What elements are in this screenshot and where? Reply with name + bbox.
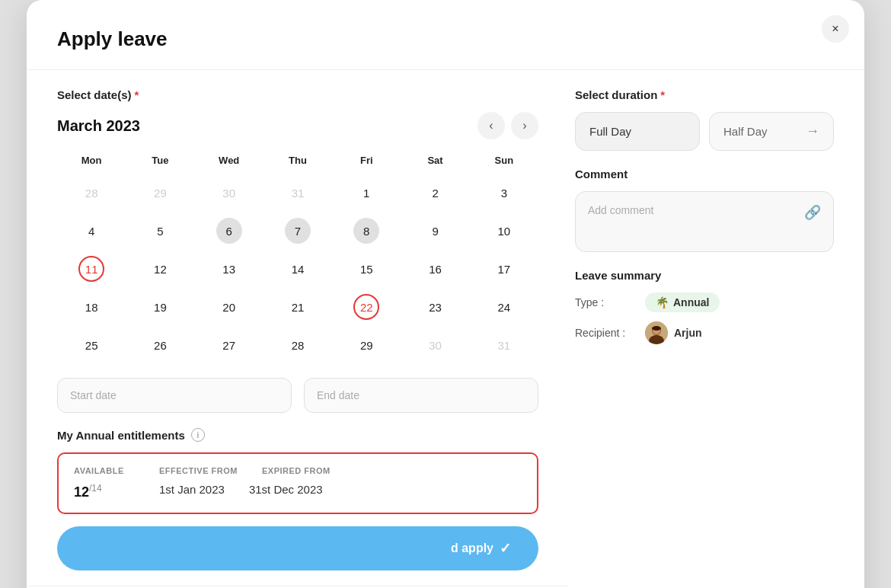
comment-box[interactable]: Add comment 🔗: [575, 191, 834, 252]
duration-label: Select duration*: [575, 88, 834, 101]
date-section-label: Select date(s)*: [57, 88, 538, 101]
calendar-day[interactable]: 28: [263, 326, 332, 364]
calendar-week: 11121314151617: [57, 250, 538, 288]
expired-value: 31st Dec 2023: [249, 483, 323, 500]
tooltip-values: 12/14 1st Jan 2023 31st Dec 2023: [74, 483, 522, 500]
calendar-day[interactable]: 19: [126, 288, 194, 326]
duration-options: Full Day Half Day →: [575, 112, 834, 151]
end-date-input[interactable]: End date: [304, 378, 538, 413]
calendar-day[interactable]: 1: [332, 174, 401, 212]
prev-month-button[interactable]: ‹: [477, 112, 505, 139]
paperclip-icon: 🔗: [804, 204, 821, 221]
calendar-day[interactable]: 9: [401, 212, 469, 250]
calendar-day[interactable]: 11: [57, 250, 126, 288]
weekday-header: Wed: [195, 150, 263, 174]
calendar-week: 28293031123: [57, 174, 538, 212]
effective-value: 1st Jan 2023: [159, 483, 225, 500]
type-icon: 🌴: [656, 296, 669, 308]
weekday-header: Sun: [470, 150, 538, 174]
avatar: [645, 321, 668, 344]
recipient-row: Recipient : Arjun: [575, 321, 834, 344]
calendar-day[interactable]: 4: [57, 212, 126, 250]
calendar-week: 25262728293031: [57, 326, 538, 364]
recipient-badge: Arjun: [645, 321, 702, 344]
calendar-day[interactable]: 15: [332, 250, 401, 288]
comment-section: Comment Add comment 🔗: [575, 168, 834, 252]
calendar-nav: ‹ ›: [477, 112, 538, 139]
type-row: Type : 🌴 Annual: [575, 292, 834, 312]
avatar-image: [645, 321, 668, 344]
calendar-day[interactable]: 26: [126, 326, 194, 364]
right-panel: Select duration* Full Day Half Day → Com…: [575, 88, 834, 588]
entitlements-label: My Annual entitlements: [57, 429, 185, 442]
calendar-day[interactable]: 7: [263, 212, 332, 250]
type-label: Type :: [575, 296, 636, 308]
calendar-day[interactable]: 25: [57, 326, 126, 364]
calendar-day[interactable]: 21: [263, 288, 332, 326]
duration-section: Select duration* Full Day Half Day →: [575, 88, 834, 151]
info-icon[interactable]: i: [191, 428, 205, 442]
calendar: March 2023 ‹ › MonTueWedThuFriSatSun 282…: [57, 112, 538, 364]
col-expired-label: EXPIRED FROM: [262, 466, 331, 475]
leave-type-badge: 🌴 Annual: [645, 292, 720, 312]
next-month-button[interactable]: ›: [511, 112, 538, 139]
weekday-header: Thu: [263, 150, 332, 174]
calendar-day[interactable]: 2: [401, 174, 469, 212]
leave-summary: Leave summary Type : 🌴 Annual Recipient …: [575, 269, 834, 344]
calendar-day[interactable]: 18: [57, 288, 126, 326]
entitlements-row: My Annual entitlements i: [57, 428, 538, 442]
calendar-day[interactable]: 30: [401, 326, 469, 364]
apply-label: d apply: [451, 542, 493, 555]
calendar-day[interactable]: 3: [470, 174, 538, 212]
calendar-day[interactable]: 29: [332, 326, 401, 364]
half-day-arrow: →: [806, 123, 819, 139]
weekday-header: Tue: [126, 150, 194, 174]
modal-title: Apply leave: [57, 27, 834, 51]
calendar-day[interactable]: 14: [263, 250, 332, 288]
col-available-label: AVAILABLE: [74, 466, 135, 475]
date-inputs: Start date End date: [57, 378, 538, 413]
comment-label: Comment: [575, 168, 834, 181]
apply-check-icon: ✓: [500, 540, 511, 557]
close-button[interactable]: ×: [822, 15, 849, 43]
recipient-label: Recipient :: [575, 327, 636, 339]
weekday-header: Sat: [401, 150, 469, 174]
calendar-day[interactable]: 12: [126, 250, 194, 288]
calendar-day[interactable]: 29: [126, 174, 194, 212]
calendar-day[interactable]: 31: [263, 174, 332, 212]
start-date-input[interactable]: Start date: [57, 378, 292, 413]
apply-leave-modal: × Apply leave Select date(s)* March 2023…: [27, 0, 864, 588]
calendar-day[interactable]: 17: [470, 250, 538, 288]
calendar-month: March 2023: [57, 117, 140, 135]
svg-point-4: [652, 326, 661, 331]
calendar-day[interactable]: 27: [195, 326, 263, 364]
left-panel: Select date(s)* March 2023 ‹ › MonTueWed…: [57, 88, 538, 588]
calendar-day[interactable]: 23: [401, 288, 469, 326]
calendar-week: 18192021222324: [57, 288, 538, 326]
col-effective-label: EFFECTIVE FROM: [159, 466, 238, 475]
apply-button[interactable]: d apply ✓: [57, 526, 538, 570]
calendar-day[interactable]: 6: [195, 212, 263, 250]
entitlements-tooltip: AVAILABLE EFFECTIVE FROM EXPIRED FROM 12…: [57, 452, 538, 514]
weekday-header: Mon: [57, 150, 126, 174]
full-day-option[interactable]: Full Day: [575, 112, 700, 151]
calendar-day[interactable]: 28: [57, 174, 126, 212]
calendar-day[interactable]: 16: [401, 250, 469, 288]
calendar-day[interactable]: 10: [470, 212, 538, 250]
calendar-day[interactable]: 22: [332, 288, 401, 326]
divider: [27, 69, 864, 70]
calendar-day[interactable]: 20: [195, 288, 263, 326]
half-day-option[interactable]: Half Day →: [709, 112, 834, 151]
weekday-header: Fri: [332, 150, 401, 174]
calendar-day[interactable]: 24: [470, 288, 538, 326]
calendar-day[interactable]: 13: [195, 250, 263, 288]
leave-summary-label: Leave summary: [575, 269, 834, 282]
calendar-day[interactable]: 31: [470, 326, 538, 364]
recipient-name: Arjun: [674, 327, 702, 339]
calendar-day[interactable]: 8: [332, 212, 401, 250]
calendar-day[interactable]: 30: [195, 174, 263, 212]
modal-body: Select date(s)* March 2023 ‹ › MonTueWed…: [57, 88, 834, 588]
comment-placeholder: Add comment: [588, 204, 653, 216]
calendar-day[interactable]: 5: [126, 212, 194, 250]
available-value: 12/14: [74, 483, 135, 500]
